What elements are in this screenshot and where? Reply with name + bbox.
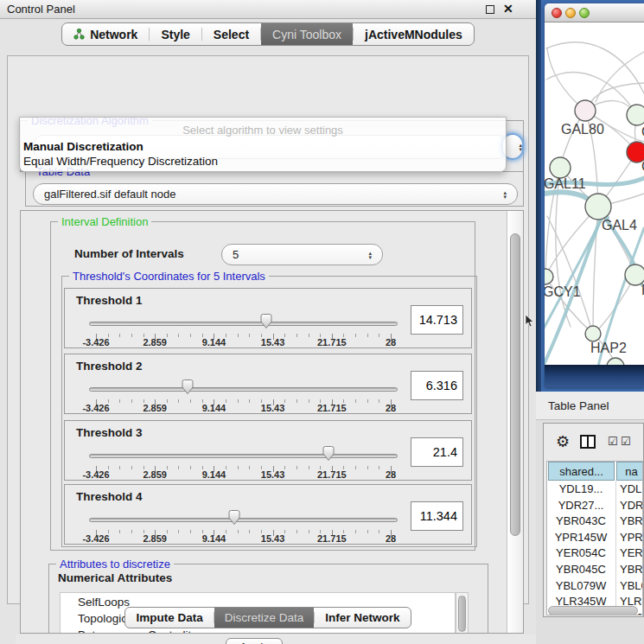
slider-tick-label: 15.43	[261, 337, 285, 348]
slider-tick	[296, 399, 297, 403]
slider-tick	[284, 530, 285, 533]
checkbox-icon[interactable]: ☑	[621, 435, 631, 448]
network-node-gal11[interactable]	[550, 157, 571, 178]
slider-tick	[367, 530, 368, 533]
minimize-traffic-light-icon[interactable]	[565, 8, 576, 18]
network-window-titlebar[interactable]	[545, 3, 644, 22]
slider-tick	[355, 466, 356, 469]
slider-track[interactable]	[89, 454, 398, 458]
slider-tick	[178, 530, 179, 533]
table-cell[interactable]: YPR145W	[547, 531, 615, 546]
slider-tick	[309, 334, 309, 337]
network-window-bottom-bar	[545, 365, 644, 387]
table-header-shared-[interactable]: shared...	[548, 462, 615, 481]
network-node-gal4[interactable]	[585, 194, 611, 220]
slider-thumb[interactable]	[322, 445, 335, 462]
table-cell[interactable]: YBL079W	[547, 579, 615, 595]
tab-label: Network	[90, 28, 137, 41]
slider-tick-label: -3.426	[82, 337, 109, 348]
node-table[interactable]: shared...naYDL19...YDL1YDR27...YDR2YBR04…	[546, 461, 643, 615]
slider-tick-label: -3.426	[82, 533, 109, 544]
algorithm-popup-item[interactable]: Manual Discretization	[23, 140, 143, 153]
table-cell[interactable]: YER0	[620, 546, 643, 562]
bottom-tab-row: Impute DataDiscretize DataInfer Network	[0, 607, 536, 631]
close-traffic-light-icon[interactable]	[552, 8, 562, 18]
gear-icon[interactable]: ⚙	[556, 432, 570, 450]
table-header-na[interactable]: na	[616, 462, 643, 481]
network-svg: GAL80GACGAL11GAL4GCY1HHAP2	[545, 22, 644, 365]
mouse-cursor	[525, 315, 534, 328]
table-cell[interactable]: YDR27...	[547, 499, 615, 514]
table-cell[interactable]: YDL1	[620, 482, 643, 498]
threshold-value-field[interactable]	[411, 305, 463, 335]
slider-track[interactable]	[89, 518, 398, 522]
zoom-traffic-light-icon[interactable]	[579, 8, 590, 18]
tab-style[interactable]: Style	[150, 23, 201, 45]
table-cell[interactable]: YBR045C	[547, 563, 615, 578]
control-panel-titlebar: Control Panel	[0, 0, 536, 19]
algorithm-popup-item[interactable]: Equal Width/Frequency Discretization	[23, 155, 218, 168]
tab-network[interactable]: Network	[62, 23, 149, 45]
table-panel-area: ⚙ ☑ ☑ shared...naYDL19...YDL1YDR27...YDR…	[536, 420, 644, 644]
threshold-value-field[interactable]	[411, 501, 463, 531]
algorithm-popup-hint: Select algorithm to view settings	[20, 124, 506, 137]
number-of-intervals-combobox[interactable]: 5 ▴ ▾	[221, 244, 383, 265]
table-cell[interactable]: YPR1	[620, 531, 643, 546]
slider-tick	[309, 466, 309, 469]
table-cell[interactable]: YDL19...	[547, 482, 615, 498]
slider-thumb[interactable]	[259, 313, 273, 329]
settings-scrollbar-thumb[interactable]	[510, 233, 520, 536]
tab-cyni-toolbox[interactable]: Cyni Toolbox	[261, 23, 353, 45]
tab-select[interactable]: Select	[202, 23, 260, 45]
tab-jactivemnodules[interactable]: jActiveMNodules	[354, 23, 474, 45]
checkbox-icon[interactable]: ☑	[608, 435, 618, 448]
slider-track[interactable]	[89, 322, 398, 326]
table-cell[interactable]: YBR043C	[547, 514, 615, 530]
threshold-value-field[interactable]	[411, 437, 463, 467]
slider-tick	[367, 399, 368, 403]
network-node-hap2[interactable]	[585, 326, 601, 341]
table-cell[interactable]: YBL0	[620, 579, 643, 595]
settings-scrollbar[interactable]	[507, 211, 523, 633]
slider-tick-label: 9.144	[202, 533, 226, 544]
tab-impute-data[interactable]: Impute Data	[125, 608, 213, 628]
slider-thumb[interactable]	[227, 509, 241, 526]
table-hscrollbar-thumb[interactable]	[548, 606, 638, 615]
slider-thumb[interactable]	[181, 379, 194, 395]
network-node-ga[interactable]	[627, 105, 644, 125]
split-columns-icon[interactable]	[580, 435, 596, 449]
slider-tick-label: 28	[386, 337, 396, 348]
threshold-value-field[interactable]	[411, 371, 463, 400]
slider-tick	[119, 530, 120, 533]
slider-tick	[178, 399, 179, 403]
table-data-combobox[interactable]: galFiltered.sif default node ▴ ▾	[33, 183, 518, 205]
tab-label: Impute Data	[136, 611, 202, 624]
slider-tick-label: 28	[386, 469, 396, 480]
window-float-button[interactable]	[486, 5, 494, 14]
cyni-content-panel: Discretization Algorithm ▴ ▾ Table Data …	[7, 55, 529, 604]
slider-tick	[249, 399, 250, 403]
network-node-gal80[interactable]	[575, 100, 596, 121]
slider-tick	[284, 334, 285, 337]
tab-infer-network[interactable]: Infer Network	[315, 608, 410, 628]
tab-discretize-data[interactable]: Discretize Data	[214, 608, 315, 628]
slider-tick	[131, 466, 132, 469]
table-cell[interactable]: YER054C	[547, 546, 615, 562]
network-node-gcy1[interactable]	[545, 269, 553, 284]
network-tree-icon	[73, 29, 85, 40]
attributes-group-title: Attributes to discretize	[56, 558, 174, 571]
slider-tick-label: 28	[386, 533, 396, 544]
network-edge	[546, 42, 644, 93]
network-canvas[interactable]: GAL80GACGAL11GAL4GCY1HHAP2	[545, 22, 644, 365]
table-data-group: Table Data galFiltered.sif default node …	[25, 171, 524, 207]
table-data-combobox-value: galFiltered.sif default node	[44, 188, 175, 201]
table-cell[interactable]: YBR0	[620, 514, 643, 530]
window-close-button[interactable]: ✕	[503, 2, 513, 16]
apply-button[interactable]: Apply	[226, 638, 283, 644]
table-cell[interactable]: YBR0	[620, 563, 643, 578]
slider-track[interactable]	[89, 387, 398, 392]
slider-tick	[238, 466, 239, 469]
table-cell[interactable]: YDR2	[620, 499, 643, 514]
network-node[interactable]	[607, 358, 624, 365]
slider-tick-label: 9.144	[202, 403, 226, 413]
